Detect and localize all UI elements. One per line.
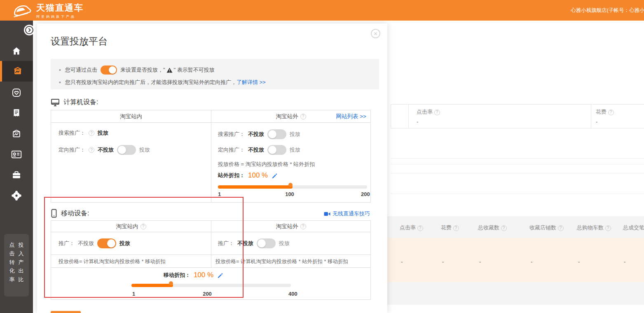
pc-onsite-search-row: 搜索推广： 投放 bbox=[59, 129, 108, 137]
cell-value: - bbox=[479, 259, 481, 265]
stat-click-rate: 点击率 - bbox=[417, 108, 440, 125]
edit-pencil-icon[interactable] bbox=[217, 272, 223, 278]
edit-pencil-icon[interactable] bbox=[271, 173, 277, 179]
cell-value: - bbox=[401, 259, 403, 265]
table-row[interactable] bbox=[387, 282, 644, 305]
monitor-icon bbox=[51, 98, 60, 107]
sidebar-item-reports[interactable] bbox=[0, 103, 33, 124]
offsite-discount-slider[interactable] bbox=[218, 185, 367, 189]
help-icon[interactable] bbox=[501, 225, 507, 231]
status-off: 不投放 bbox=[248, 146, 264, 154]
scale-min: 1 bbox=[218, 191, 221, 197]
notice-line-2: • 您只有投放淘宝站内的定向推广后，才能选择投放淘宝站外的定向推广， 了解详情 … bbox=[59, 77, 371, 87]
section-title: 计算机设备: bbox=[63, 98, 98, 107]
train-icon bbox=[13, 3, 32, 19]
sidebar-metrics-panel[interactable]: 点击转化率 投入产出比 bbox=[4, 234, 29, 297]
col-header[interactable]: 总成交笔 bbox=[623, 224, 644, 231]
scale-mid: 200 bbox=[203, 291, 212, 297]
sidebar-item-account[interactable] bbox=[0, 144, 33, 165]
confirm-button[interactable] bbox=[51, 311, 81, 313]
set-platform-modal: ✕ 设置投放平台 • 您可通过点击 来设置是否投放，" " 表示暂不可投放 • … bbox=[37, 23, 387, 313]
heart-icon bbox=[12, 88, 21, 98]
col-header[interactable]: 总购物车数 bbox=[577, 224, 611, 231]
col-header-taobao-offsite: 淘宝站外 bbox=[211, 221, 370, 232]
help-icon[interactable] bbox=[417, 225, 423, 231]
sidebar-item-creative[interactable] bbox=[0, 124, 33, 144]
col-header[interactable]: 总收藏数 bbox=[478, 224, 507, 231]
learn-more-link[interactable]: 了解详情 >> bbox=[237, 79, 266, 86]
pc-onsite-target-row: 定向推广： 不投放 投放 bbox=[59, 145, 150, 155]
chevron-right-circle-icon bbox=[25, 26, 34, 35]
sidebar-expand-button[interactable] bbox=[24, 25, 35, 35]
wireless-tips-link[interactable]: 无线直通车技巧 bbox=[324, 210, 370, 217]
help-icon[interactable] bbox=[141, 224, 146, 229]
report-table-header: 点击率 花费 总收藏数 收藏店铺数 总购物车数 总成交笔 bbox=[387, 216, 644, 238]
sidebar-item-campaign[interactable] bbox=[0, 61, 33, 82]
bullet-icon: • bbox=[59, 67, 61, 73]
offsite-discount-value: 100 % bbox=[248, 171, 268, 180]
component-icon bbox=[12, 191, 21, 201]
sidebar-item-home[interactable] bbox=[0, 41, 33, 61]
metric-click-conversion: 点击转化率 bbox=[9, 241, 15, 297]
mobile-onsite-promo-row: 推广： 不投放 投放 bbox=[59, 238, 130, 248]
pc-offsite-search-toggle[interactable] bbox=[267, 129, 286, 139]
slider-handle[interactable] bbox=[288, 183, 293, 187]
col-header-taobao-onsite: 淘宝站内 bbox=[51, 221, 211, 232]
stat-value: - bbox=[596, 119, 614, 125]
help-icon[interactable] bbox=[558, 225, 564, 231]
pc-onsite-target-toggle[interactable] bbox=[117, 145, 136, 155]
sidebar-item-apps[interactable] bbox=[0, 185, 33, 206]
section-title: 移动设备: bbox=[61, 209, 89, 218]
help-icon[interactable] bbox=[89, 147, 94, 153]
sidebar-item-tools[interactable] bbox=[0, 165, 33, 185]
notice-box: • 您可通过点击 来设置是否投放，" " 表示暂不可投放 • 您只有投放淘宝站内… bbox=[51, 59, 379, 89]
pc-offsite-target-toggle[interactable] bbox=[267, 145, 286, 155]
col-header[interactable]: 点击率 bbox=[400, 224, 423, 231]
scale-max: 400 bbox=[288, 291, 297, 297]
sidebar: 点击转化率 投入产出比 bbox=[0, 21, 33, 313]
stat-label: 花费 bbox=[596, 109, 607, 115]
scale-min: 1 bbox=[132, 291, 135, 297]
close-icon[interactable]: ✕ bbox=[371, 29, 380, 38]
col-header[interactable]: 收藏店铺数 bbox=[529, 224, 564, 231]
mobile-discount-value: 100 % bbox=[194, 271, 213, 279]
help-icon[interactable] bbox=[89, 130, 94, 136]
table-row-highlighted[interactable]: - - - - - - bbox=[387, 238, 644, 282]
example-toggle-icon bbox=[101, 65, 117, 75]
cell-value: - bbox=[531, 259, 532, 265]
help-icon[interactable] bbox=[608, 110, 614, 115]
status-off: 不投放 bbox=[248, 131, 264, 138]
scale-max: 200 bbox=[361, 191, 370, 197]
sidebar-item-favorites[interactable] bbox=[0, 82, 33, 103]
picture-frame-icon bbox=[12, 129, 21, 139]
mobile-onsite-promo-toggle[interactable] bbox=[97, 238, 116, 248]
offsite-discount-line: 站外折扣： 100 % bbox=[218, 171, 277, 180]
status-on: 投放 bbox=[98, 129, 108, 137]
app-logo: 天猫直通车 阿里妈妈旗下产品 bbox=[13, 2, 84, 19]
mobile-discount-slider[interactable] bbox=[131, 284, 291, 287]
col-header[interactable]: 花费 bbox=[441, 224, 459, 231]
mobile-offsite-promo-toggle[interactable] bbox=[257, 238, 276, 248]
cell-value: - bbox=[442, 259, 444, 265]
metric-roi: 投入产出比 bbox=[18, 241, 24, 297]
stat-label: 点击率 bbox=[417, 109, 433, 115]
bullet-icon: • bbox=[59, 79, 61, 86]
help-icon[interactable] bbox=[434, 110, 440, 115]
website-list-link[interactable]: 网站列表 >> bbox=[336, 113, 366, 120]
logo-title: 天猫直通车 bbox=[36, 3, 84, 12]
help-icon[interactable] bbox=[300, 114, 306, 119]
help-icon[interactable] bbox=[605, 225, 611, 231]
help-icon[interactable] bbox=[300, 224, 306, 229]
dashboard-background: 点击率 - 花费 - 点击率 花费 总收藏数 收藏店铺数 总购物车数 总成交笔 … bbox=[387, 21, 644, 313]
account-name[interactable]: 心雅小栈旗舰店(子帐号：心雅小栈 bbox=[571, 0, 644, 21]
computer-platform-table: 淘宝站内 淘宝站外 网站列表 >> 搜索推广： 投放 定向推广： 不投放 投放 bbox=[51, 110, 371, 203]
pc-offsite-search-row: 搜索推广： 不投放 投放 bbox=[218, 129, 300, 139]
status-off: 不投放 bbox=[237, 240, 253, 247]
phone-icon bbox=[51, 209, 57, 218]
summary-stats-row: 点击率 - 花费 - bbox=[391, 104, 644, 128]
scale-mid: 100 bbox=[285, 191, 294, 197]
stat-cost: 花费 - bbox=[596, 108, 614, 125]
mobile-offsite-promo-row: 推广： 不投放 投放 bbox=[218, 238, 290, 248]
slider-handle[interactable] bbox=[169, 281, 173, 285]
help-icon[interactable] bbox=[453, 225, 459, 231]
